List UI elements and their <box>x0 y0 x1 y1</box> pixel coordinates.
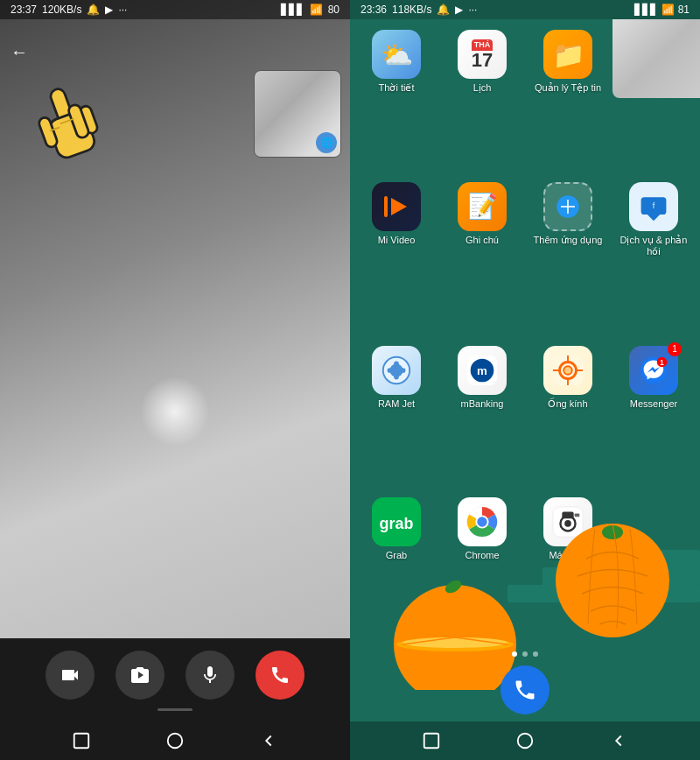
right-more-icon: ··· <box>468 4 477 16</box>
right-alarm-icon: 🔔 <box>437 4 450 16</box>
ongkinh-icon <box>551 354 584 387</box>
messenger-icon: 1 <box>637 354 670 387</box>
app-item-grab[interactable]: grab Grab <box>360 497 432 636</box>
nav-home-button[interactable] <box>163 728 187 753</box>
left-battery: 80 <box>328 4 340 16</box>
app-item-ongkinh[interactable]: Ống kính <box>532 346 604 484</box>
right-status-bar: 23:36 118KB/s 🔔 ▶ ··· ▋▋▋ 📶 81 <box>350 0 700 19</box>
end-call-button[interactable] <box>256 651 304 700</box>
svg-text:grab: grab <box>379 515 413 532</box>
svg-rect-13 <box>561 206 575 208</box>
left-status-right: ▋▋▋ 📶 80 <box>281 4 340 16</box>
mayanh-icon <box>551 505 584 538</box>
home-circle-icon <box>165 731 185 750</box>
mic-icon <box>200 665 220 686</box>
quanly-icon: 📁 <box>552 39 584 70</box>
right-nav-back-button[interactable] <box>606 728 631 753</box>
video-toggle-button[interactable] <box>46 651 94 700</box>
left-status-left: 23:37 120KB/s 🔔 ▶ ··· <box>10 4 127 16</box>
messenger-badge: 1 <box>668 342 682 356</box>
app-item-messenger[interactable]: 1 1 Messenger <box>618 346 690 484</box>
mbanking-icon: m <box>466 354 499 387</box>
svg-rect-46 <box>575 514 580 517</box>
nav-back-button[interactable] <box>256 728 281 753</box>
app-item-ramjet[interactable]: RAM Jet <box>360 346 432 484</box>
quanly-label: Quản lý Tệp tin <box>535 82 601 94</box>
mbanking-label: mBanking <box>461 398 504 410</box>
app-item-mivideo[interactable]: Mi Video <box>360 182 432 332</box>
chrome-label: Chrome <box>465 550 499 561</box>
ghichu-icon-wrap: 📝 <box>458 182 507 231</box>
ghichu-icon: 📝 <box>467 192 498 221</box>
app-item-mbanking[interactable]: m mBanking <box>446 346 518 484</box>
quanly-icon-wrap: 📁 <box>543 30 592 79</box>
svg-point-44 <box>564 520 571 527</box>
back-button[interactable]: ← <box>10 42 28 62</box>
right-play-icon: ▶ <box>455 4 463 16</box>
flip-camera-button[interactable] <box>116 651 164 700</box>
themud-label: Thêm ứng dụng <box>534 235 603 246</box>
video-area: 🌐 <box>0 0 350 638</box>
app-item-themud[interactable]: Thêm ứng dụng <box>532 182 604 332</box>
right-time: 23:36 <box>360 4 387 16</box>
mivideo-icon <box>379 189 414 224</box>
left-wifi-icon: 📶 <box>310 4 323 16</box>
right-nav-bar <box>350 721 700 760</box>
empty-wrap <box>629 30 678 79</box>
calendar-day: 17 <box>472 51 493 70</box>
grab-label: Grab <box>386 550 407 561</box>
svg-point-21 <box>388 368 393 373</box>
left-time: 23:37 <box>10 4 37 16</box>
right-nav-square-button[interactable] <box>419 728 444 753</box>
app-item-chrome[interactable]: Chrome <box>446 497 518 636</box>
mayanh-icon-wrap <box>543 497 592 546</box>
svg-point-19 <box>394 361 399 366</box>
ramjet-label: RAM Jet <box>378 398 415 410</box>
ongkinh-label: Ống kính <box>548 398 587 410</box>
call-controls <box>0 638 350 721</box>
back-chevron-icon <box>259 731 278 750</box>
phone-fab-button[interactable] <box>500 665 550 714</box>
app-item-dichvu[interactable]: f Dịch vụ & phản hồi <box>618 182 690 332</box>
dot-2 <box>522 651 528 657</box>
grab-icon-wrap: grab <box>372 497 421 546</box>
right-nav-home-button[interactable] <box>513 728 537 753</box>
preview-window: 🌐 <box>254 70 341 158</box>
calendar-label: Lịch <box>473 82 492 94</box>
right-status-right: ▋▋▋ 📶 81 <box>634 4 690 16</box>
left-more-icon: ··· <box>118 4 127 16</box>
svg-point-28 <box>564 366 572 375</box>
right-battery: 81 <box>678 4 690 16</box>
mivideo-icon-wrap <box>372 182 421 231</box>
dot-1 <box>512 651 517 657</box>
left-panel: 23:37 120KB/s 🔔 ▶ ··· ▋▋▋ 📶 80 ← <box>0 0 350 760</box>
svg-point-22 <box>401 368 406 373</box>
app-item-weather[interactable]: ⛅ Thời tiết <box>360 30 432 168</box>
dichvu-icon-wrap: f <box>629 182 678 231</box>
dichvu-icon: f <box>638 191 669 222</box>
svg-point-63 <box>518 734 533 749</box>
app-item-quanly[interactable]: 📁 Quản lý Tệp tin <box>532 30 604 168</box>
dot-3 <box>533 651 538 657</box>
chrome-icon-wrap <box>458 497 507 546</box>
svg-marker-9 <box>391 198 407 215</box>
call-controls-row <box>46 651 304 700</box>
right-wifi-icon: 📶 <box>662 4 675 16</box>
mic-button[interactable] <box>186 651 234 700</box>
dot-indicator <box>350 646 700 662</box>
messenger-label: Messenger <box>630 398 677 410</box>
dichvu-label: Dịch vụ & phản hồi <box>618 235 690 257</box>
left-play-icon: ▶ <box>105 4 113 16</box>
svg-rect-45 <box>562 512 573 519</box>
themud-icon <box>554 193 582 221</box>
app-item-ghichu[interactable]: 📝 Ghi chú <box>446 182 518 332</box>
ramjet-icon-wrap <box>372 346 421 395</box>
left-nav-bar <box>0 721 350 760</box>
app-grid: ⛅ Thời tiết THÁ 17 Lịch 📁 Quản lý Tệp ti… <box>350 19 700 646</box>
drag-handle <box>158 708 192 711</box>
app-item-mayanh[interactable]: Máy ảnh <box>532 497 604 636</box>
left-signal-icon: ▋▋▋ <box>281 4 304 16</box>
app-item-calendar[interactable]: THÁ 17 Lịch <box>446 30 518 168</box>
chrome-icon <box>466 505 499 538</box>
nav-square-button[interactable] <box>69 728 94 753</box>
